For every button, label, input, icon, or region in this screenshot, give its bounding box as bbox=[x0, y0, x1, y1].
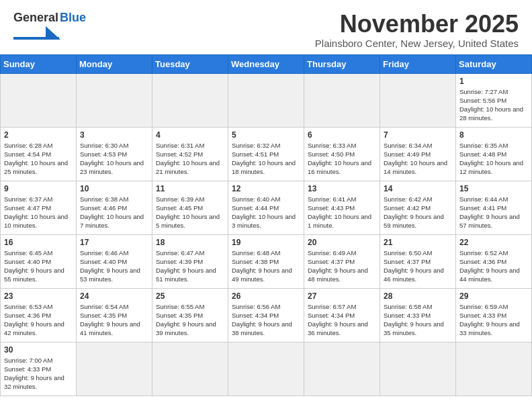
day-number: 24 bbox=[80, 291, 148, 301]
day-number: 13 bbox=[308, 184, 376, 193]
calendar-week-row: 30Sunrise: 7:00 AM Sunset: 4:33 PM Dayli… bbox=[1, 342, 532, 396]
calendar-header-friday: Friday bbox=[380, 54, 456, 73]
calendar-header-row: SundayMondayTuesdayWednesdayThursdayFrid… bbox=[1, 54, 532, 73]
calendar-cell: 1Sunrise: 7:27 AM Sunset: 5:56 PM Daylig… bbox=[456, 73, 532, 127]
calendar-cell: 25Sunrise: 6:55 AM Sunset: 4:35 PM Dayli… bbox=[152, 288, 228, 342]
day-number: 20 bbox=[308, 238, 376, 247]
location-title: Plainsboro Center, New Jersey, United St… bbox=[315, 38, 519, 49]
day-number: 23 bbox=[4, 291, 73, 301]
calendar-cell: 3Sunrise: 6:30 AM Sunset: 4:53 PM Daylig… bbox=[77, 127, 152, 181]
day-number: 4 bbox=[156, 130, 224, 140]
day-number: 22 bbox=[459, 238, 528, 247]
calendar-cell: 23Sunrise: 6:53 AM Sunset: 4:36 PM Dayli… bbox=[1, 288, 77, 342]
day-number: 15 bbox=[459, 184, 528, 193]
logo-blue: Blue bbox=[60, 11, 86, 25]
calendar-cell: 7Sunrise: 6:34 AM Sunset: 4:49 PM Daylig… bbox=[380, 127, 456, 181]
calendar-cell: 27Sunrise: 6:57 AM Sunset: 4:34 PM Dayli… bbox=[304, 288, 380, 342]
calendar-cell: 12Sunrise: 6:40 AM Sunset: 4:44 PM Dayli… bbox=[228, 181, 304, 234]
day-info: Sunrise: 6:57 AM Sunset: 4:34 PM Dayligh… bbox=[308, 302, 376, 338]
day-number: 10 bbox=[80, 184, 148, 193]
calendar-cell: 6Sunrise: 6:33 AM Sunset: 4:50 PM Daylig… bbox=[304, 127, 380, 181]
calendar-cell: 8Sunrise: 6:35 AM Sunset: 4:48 PM Daylig… bbox=[456, 127, 532, 181]
calendar-cell: 18Sunrise: 6:47 AM Sunset: 4:39 PM Dayli… bbox=[152, 234, 228, 288]
day-number: 8 bbox=[459, 130, 528, 140]
calendar-cell: 4Sunrise: 6:31 AM Sunset: 4:52 PM Daylig… bbox=[152, 127, 228, 181]
day-number: 11 bbox=[156, 184, 224, 193]
day-number: 7 bbox=[384, 130, 452, 140]
calendar-cell: 19Sunrise: 6:48 AM Sunset: 4:38 PM Dayli… bbox=[228, 234, 304, 288]
day-number: 18 bbox=[156, 238, 224, 247]
day-number: 25 bbox=[156, 291, 224, 301]
day-info: Sunrise: 6:41 AM Sunset: 4:43 PM Dayligh… bbox=[308, 195, 376, 230]
calendar-cell: 11Sunrise: 6:39 AM Sunset: 4:45 PM Dayli… bbox=[152, 181, 228, 234]
svg-rect-1 bbox=[13, 37, 59, 40]
day-info: Sunrise: 6:40 AM Sunset: 4:44 PM Dayligh… bbox=[232, 195, 300, 230]
day-info: Sunrise: 7:27 AM Sunset: 5:56 PM Dayligh… bbox=[459, 87, 528, 123]
calendar-week-row: 2Sunrise: 6:28 AM Sunset: 4:54 PM Daylig… bbox=[1, 127, 532, 181]
calendar-cell bbox=[380, 73, 456, 127]
day-number: 16 bbox=[4, 238, 73, 247]
calendar-cell: 30Sunrise: 7:00 AM Sunset: 4:33 PM Dayli… bbox=[1, 342, 77, 396]
calendar-cell bbox=[304, 73, 380, 127]
day-info: Sunrise: 6:49 AM Sunset: 4:37 PM Dayligh… bbox=[308, 248, 376, 284]
day-info: Sunrise: 6:28 AM Sunset: 4:54 PM Dayligh… bbox=[4, 141, 73, 177]
day-number: 5 bbox=[232, 130, 300, 140]
day-info: Sunrise: 6:30 AM Sunset: 4:53 PM Dayligh… bbox=[80, 141, 148, 177]
day-info: Sunrise: 6:38 AM Sunset: 4:46 PM Dayligh… bbox=[80, 195, 148, 230]
calendar-cell bbox=[152, 342, 228, 396]
day-number: 30 bbox=[4, 345, 73, 355]
day-info: Sunrise: 6:47 AM Sunset: 4:39 PM Dayligh… bbox=[156, 248, 224, 284]
calendar-cell: 9Sunrise: 6:37 AM Sunset: 4:47 PM Daylig… bbox=[1, 181, 77, 234]
calendar-cell: 20Sunrise: 6:49 AM Sunset: 4:37 PM Dayli… bbox=[304, 234, 380, 288]
day-number: 12 bbox=[232, 184, 300, 193]
day-info: Sunrise: 6:34 AM Sunset: 4:49 PM Dayligh… bbox=[384, 141, 452, 177]
calendar-cell bbox=[77, 342, 152, 396]
calendar-cell: 2Sunrise: 6:28 AM Sunset: 4:54 PM Daylig… bbox=[1, 127, 77, 181]
day-info: Sunrise: 6:45 AM Sunset: 4:40 PM Dayligh… bbox=[4, 248, 73, 284]
title-section: November 2025 Plainsboro Center, New Jer… bbox=[315, 11, 519, 49]
calendar-cell: 29Sunrise: 6:59 AM Sunset: 4:33 PM Dayli… bbox=[456, 288, 532, 342]
day-info: Sunrise: 6:50 AM Sunset: 4:37 PM Dayligh… bbox=[384, 248, 452, 284]
calendar-cell bbox=[380, 342, 456, 396]
calendar-cell: 28Sunrise: 6:58 AM Sunset: 4:33 PM Dayli… bbox=[380, 288, 456, 342]
day-number: 6 bbox=[308, 130, 376, 140]
day-number: 2 bbox=[4, 130, 73, 140]
day-number: 26 bbox=[232, 291, 300, 301]
day-number: 28 bbox=[384, 291, 452, 301]
calendar-cell: 24Sunrise: 6:54 AM Sunset: 4:35 PM Dayli… bbox=[77, 288, 152, 342]
logo-general: General bbox=[13, 11, 58, 25]
day-info: Sunrise: 6:56 AM Sunset: 4:34 PM Dayligh… bbox=[232, 302, 300, 338]
day-info: Sunrise: 6:35 AM Sunset: 4:48 PM Dayligh… bbox=[459, 141, 528, 177]
calendar-cell: 21Sunrise: 6:50 AM Sunset: 4:37 PM Dayli… bbox=[380, 234, 456, 288]
calendar-header-wednesday: Wednesday bbox=[228, 54, 304, 73]
logo-icon bbox=[13, 26, 67, 40]
calendar-cell bbox=[77, 73, 152, 127]
day-info: Sunrise: 6:32 AM Sunset: 4:51 PM Dayligh… bbox=[232, 141, 300, 177]
day-info: Sunrise: 6:33 AM Sunset: 4:50 PM Dayligh… bbox=[308, 141, 376, 177]
month-title: November 2025 bbox=[315, 11, 519, 38]
calendar-table: SundayMondayTuesdayWednesdayThursdayFrid… bbox=[0, 54, 532, 396]
day-number: 9 bbox=[4, 184, 73, 193]
calendar-cell: 10Sunrise: 6:38 AM Sunset: 4:46 PM Dayli… bbox=[77, 181, 152, 234]
day-info: Sunrise: 6:58 AM Sunset: 4:33 PM Dayligh… bbox=[384, 302, 452, 338]
calendar-cell: 13Sunrise: 6:41 AM Sunset: 4:43 PM Dayli… bbox=[304, 181, 380, 234]
day-number: 1 bbox=[459, 77, 528, 86]
day-info: Sunrise: 6:39 AM Sunset: 4:45 PM Dayligh… bbox=[156, 195, 224, 230]
day-info: Sunrise: 6:31 AM Sunset: 4:52 PM Dayligh… bbox=[156, 141, 224, 177]
day-number: 17 bbox=[80, 238, 148, 247]
calendar-cell bbox=[228, 73, 304, 127]
calendar-header-saturday: Saturday bbox=[456, 54, 532, 73]
calendar-cell bbox=[456, 342, 532, 396]
calendar-cell bbox=[152, 73, 228, 127]
day-info: Sunrise: 6:52 AM Sunset: 4:36 PM Dayligh… bbox=[459, 248, 528, 284]
page-header: General Blue November 2025 Plainsboro Ce… bbox=[0, 0, 532, 54]
day-info: Sunrise: 7:00 AM Sunset: 4:33 PM Dayligh… bbox=[4, 356, 73, 392]
calendar-header-thursday: Thursday bbox=[304, 54, 380, 73]
calendar-week-row: 1Sunrise: 7:27 AM Sunset: 5:56 PM Daylig… bbox=[1, 73, 532, 127]
calendar-cell: 26Sunrise: 6:56 AM Sunset: 4:34 PM Dayli… bbox=[228, 288, 304, 342]
day-number: 14 bbox=[384, 184, 452, 193]
calendar-cell: 5Sunrise: 6:32 AM Sunset: 4:51 PM Daylig… bbox=[228, 127, 304, 181]
day-number: 19 bbox=[232, 238, 300, 247]
day-info: Sunrise: 6:44 AM Sunset: 4:41 PM Dayligh… bbox=[459, 195, 528, 230]
day-info: Sunrise: 6:55 AM Sunset: 4:35 PM Dayligh… bbox=[156, 302, 224, 338]
